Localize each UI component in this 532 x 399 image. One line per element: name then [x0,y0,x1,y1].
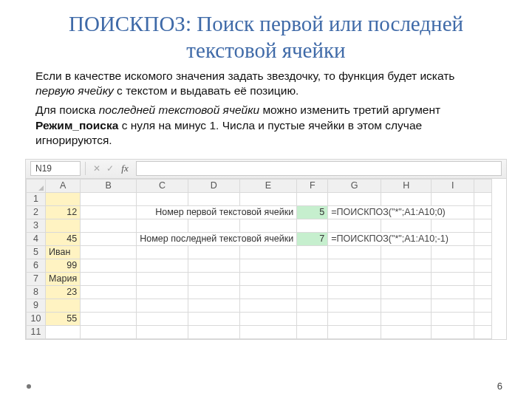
grid[interactable]: A B C D E F G H I 1 212Номер первой текс… [26,179,492,339]
p1-a: Если в качестве искомого значения задать… [35,69,454,82]
p1-em: первую ячейку [35,84,114,97]
formula-last: =ПОИСКПОЗ("*";A1:A10;-1) [328,232,474,245]
rowh-9[interactable]: 9 [27,299,46,312]
page-number: 6 [497,381,502,392]
rowh-5[interactable]: 5 [27,245,46,259]
formula-input[interactable] [136,161,502,176]
F2[interactable]: 5 [297,205,328,219]
excel-screenshot: N19 ✕ ✓ fx A B C D E F G H I 1 [25,159,507,340]
label-last: Номер последней текстовой ячейки [137,232,297,245]
enter-icon[interactable]: ✓ [103,162,117,175]
col-D[interactable]: D [188,179,239,192]
col-C[interactable]: C [137,179,188,192]
A9[interactable] [46,299,81,312]
p2-strong: Режим_поиска [35,119,118,132]
row-3[interactable]: 3 [27,219,492,232]
col-A[interactable]: A [46,179,81,192]
A1[interactable] [46,192,81,205]
A5[interactable]: Иван [46,245,81,259]
rowh-10[interactable]: 10 [27,312,46,325]
A7[interactable]: Мария [46,272,81,285]
p2-a: Для поиска [35,103,99,116]
fx-icon[interactable]: fx [118,162,132,175]
A8[interactable]: 23 [46,285,81,299]
slide-title: ПОИСКПОЗ: Поиск первой или последней тек… [37,10,495,64]
p1-b: с текстом и выдавать её позицию. [114,84,299,97]
row-10[interactable]: 1055 [27,312,492,325]
A10[interactable]: 55 [46,312,81,325]
rowh-4[interactable]: 4 [27,232,46,245]
col-E[interactable]: E [239,179,297,192]
row-8[interactable]: 823 [27,285,492,299]
rowh-7[interactable]: 7 [27,272,46,285]
row-9[interactable]: 9 [27,299,492,312]
col-G[interactable]: G [328,179,381,192]
row-11[interactable]: 11 [27,325,492,338]
row-4[interactable]: 445Номер последней текстовой ячейки7=ПОИ… [27,232,492,245]
row-7[interactable]: 7Мария [27,272,492,285]
col-F[interactable]: F [297,179,328,192]
row-2[interactable]: 212Номер первой текстовой ячейки5=ПОИСКП… [27,205,492,219]
paragraph-2: Для поиска последней текстовой ячейки мо… [35,103,497,148]
rowh-2[interactable]: 2 [27,205,46,219]
name-box-value: N19 [35,163,52,174]
rowh-8[interactable]: 8 [27,285,46,299]
p2-b: можно изменить третий аргумент [259,103,440,116]
F4[interactable]: 7 [297,232,328,245]
A6[interactable]: 99 [46,259,81,272]
row-1[interactable]: 1 [27,192,492,205]
rowh-11[interactable]: 11 [27,325,46,338]
row-6[interactable]: 699 [27,259,492,272]
formula-first: =ПОИСКПОЗ("*";A1:A10;0) [328,205,474,219]
slide-bullet-icon [27,384,31,389]
rowh-6[interactable]: 6 [27,259,46,272]
A4[interactable]: 45 [46,232,81,245]
name-box[interactable]: N19 [30,161,81,176]
rowh-3[interactable]: 3 [27,219,46,232]
col-B[interactable]: B [81,179,137,192]
cancel-icon[interactable]: ✕ [90,162,103,175]
col-edge [474,179,492,192]
paragraph-1: Если в качестве искомого значения задать… [35,69,497,99]
p2-em: последней текстовой ячейки [99,103,259,116]
label-first: Номер первой текстовой ячейки [137,205,297,219]
col-I[interactable]: I [432,179,474,192]
column-headers: A B C D E F G H I [27,179,492,192]
A2[interactable]: 12 [46,205,81,219]
row-5[interactable]: 5Иван [27,245,492,259]
worksheet[interactable]: A B C D E F G H I 1 212Номер первой текс… [26,179,506,339]
formula-bar: N19 ✕ ✓ fx [26,160,506,179]
A3[interactable] [46,219,81,232]
separator [85,162,86,175]
rowh-1[interactable]: 1 [27,192,46,205]
select-all-corner[interactable] [27,179,46,192]
col-H[interactable]: H [381,179,432,192]
